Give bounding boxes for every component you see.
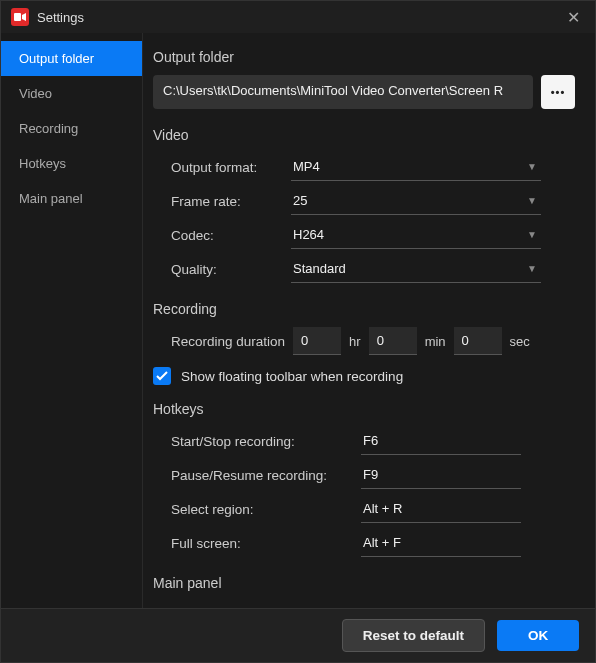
frame-rate-label: Frame rate: <box>171 188 291 215</box>
recording-duration-label: Recording duration <box>171 334 285 349</box>
output-folder-row: C:\Users\tk\Documents\MiniTool Video Con… <box>153 75 575 109</box>
main-panel-heading: Main panel <box>153 575 575 591</box>
svg-rect-0 <box>14 13 21 21</box>
titlebar: Settings ✕ <box>1 1 595 33</box>
sidebar-item-main-panel[interactable]: Main panel <box>1 181 142 216</box>
floating-toolbar-row: Show floating toolbar when recording <box>153 367 575 385</box>
hotkey-full-screen-value[interactable]: Alt + F <box>361 529 521 557</box>
duration-hr-input[interactable] <box>293 327 341 355</box>
sidebar-item-video[interactable]: Video <box>1 76 142 111</box>
hotkey-start-stop-value[interactable]: F6 <box>361 427 521 455</box>
ok-button[interactable]: OK <box>497 620 579 651</box>
frame-rate-dropdown[interactable]: 25 ▼ <box>291 187 541 215</box>
min-unit: min <box>425 334 446 349</box>
window-title: Settings <box>37 10 559 25</box>
quality-value: Standard <box>293 261 346 276</box>
content: Output folder C:\Users\tk\Documents\Mini… <box>143 33 595 608</box>
hotkey-full-screen-label: Full screen: <box>171 530 361 557</box>
output-format-dropdown[interactable]: MP4 ▼ <box>291 153 541 181</box>
browse-button[interactable]: ••• <box>541 75 575 109</box>
hotkey-pause-resume-label: Pause/Resume recording: <box>171 462 361 489</box>
chevron-down-icon: ▼ <box>527 263 537 274</box>
quality-row: Quality: Standard ▼ <box>171 255 575 283</box>
sidebar: Output folder Video Recording Hotkeys Ma… <box>1 33 143 608</box>
frame-rate-row: Frame rate: 25 ▼ <box>171 187 575 215</box>
hotkey-start-stop-row: Start/Stop recording: F6 <box>171 427 575 455</box>
sidebar-item-hotkeys[interactable]: Hotkeys <box>1 146 142 181</box>
body: Output folder Video Recording Hotkeys Ma… <box>1 33 595 608</box>
quality-dropdown[interactable]: Standard ▼ <box>291 255 541 283</box>
duration-min-input[interactable] <box>369 327 417 355</box>
floating-toolbar-checkbox[interactable] <box>153 367 171 385</box>
codec-value: H264 <box>293 227 324 242</box>
hotkeys-heading: Hotkeys <box>153 401 575 417</box>
codec-label: Codec: <box>171 222 291 249</box>
hotkey-start-stop-label: Start/Stop recording: <box>171 428 361 455</box>
output-format-label: Output format: <box>171 154 291 181</box>
hotkey-select-region-label: Select region: <box>171 496 361 523</box>
duration-sec-input[interactable] <box>454 327 502 355</box>
floating-toolbar-label: Show floating toolbar when recording <box>181 369 403 384</box>
recording-duration-row: Recording duration hr min sec <box>171 327 575 355</box>
chevron-down-icon: ▼ <box>527 195 537 206</box>
quality-label: Quality: <box>171 256 291 283</box>
sidebar-item-recording[interactable]: Recording <box>1 111 142 146</box>
chevron-down-icon: ▼ <box>527 161 537 172</box>
hr-unit: hr <box>349 334 361 349</box>
sec-unit: sec <box>510 334 530 349</box>
chevron-down-icon: ▼ <box>527 229 537 240</box>
close-icon[interactable]: ✕ <box>559 3 587 31</box>
output-folder-heading: Output folder <box>153 49 575 65</box>
settings-window: Settings ✕ Output folder Video Recording… <box>0 0 596 663</box>
codec-row: Codec: H264 ▼ <box>171 221 575 249</box>
output-format-value: MP4 <box>293 159 320 174</box>
footer: Reset to default OK <box>1 608 595 662</box>
output-format-row: Output format: MP4 ▼ <box>171 153 575 181</box>
hotkey-pause-resume-row: Pause/Resume recording: F9 <box>171 461 575 489</box>
ellipsis-icon: ••• <box>551 86 566 98</box>
app-icon <box>11 8 29 26</box>
recording-heading: Recording <box>153 301 575 317</box>
hotkey-full-screen-row: Full screen: Alt + F <box>171 529 575 557</box>
hotkey-select-region-row: Select region: Alt + R <box>171 495 575 523</box>
frame-rate-value: 25 <box>293 193 307 208</box>
hotkey-pause-resume-value[interactable]: F9 <box>361 461 521 489</box>
reset-button[interactable]: Reset to default <box>342 619 485 652</box>
sidebar-item-output-folder[interactable]: Output folder <box>1 41 142 76</box>
video-heading: Video <box>153 127 575 143</box>
output-folder-input[interactable]: C:\Users\tk\Documents\MiniTool Video Con… <box>153 75 533 109</box>
codec-dropdown[interactable]: H264 ▼ <box>291 221 541 249</box>
hotkey-select-region-value[interactable]: Alt + R <box>361 495 521 523</box>
